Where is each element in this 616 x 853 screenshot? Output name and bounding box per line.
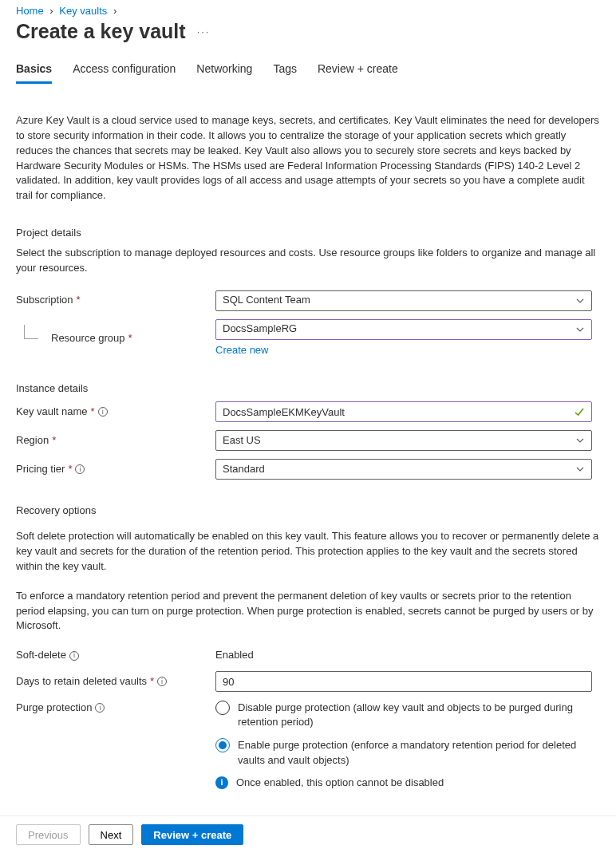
softdelete-value: Enabled (215, 648, 592, 663)
purge-protection-label: Purge protection i (16, 700, 215, 716)
region-label: Region* (16, 433, 215, 448)
info-solid-icon: i (215, 776, 228, 789)
pricing-tier-select[interactable]: Standard (215, 459, 592, 480)
project-details-heading: Project details (16, 226, 600, 241)
info-icon[interactable]: i (75, 464, 85, 474)
tab-basics[interactable]: Basics (16, 54, 52, 84)
chevron-down-icon (575, 325, 585, 334)
project-details-desc: Select the subscription to manage deploy… (16, 246, 600, 276)
subscription-label: Subscription* (16, 293, 215, 308)
footer: Previous Next Review + create (0, 815, 616, 853)
softdelete-label: Soft-delete i (16, 648, 215, 663)
retention-days-label: Days to retain deleted vaults* i (16, 674, 215, 689)
recovery-p2: To enforce a mandatory retention period … (16, 589, 600, 634)
chevron-down-icon (575, 436, 585, 445)
info-icon[interactable]: i (95, 703, 105, 713)
review-create-button[interactable]: Review + create (141, 824, 243, 845)
breadcrumb-keyvaults[interactable]: Key vaults (59, 5, 107, 17)
purge-disable-radio[interactable] (215, 701, 230, 715)
instance-details-heading: Instance details (16, 381, 600, 397)
more-actions-icon[interactable]: ··· (197, 26, 211, 38)
tab-networking[interactable]: Networking (196, 54, 252, 84)
recovery-p1: Soft delete protection will automaticall… (16, 529, 600, 575)
tab-review-create[interactable]: Review + create (318, 54, 398, 84)
create-new-rg-link[interactable]: Create new (215, 344, 268, 356)
next-button[interactable]: Next (89, 824, 134, 845)
page-title: Create a key vault (16, 20, 186, 43)
tab-access-configuration[interactable]: Access configuration (73, 54, 176, 84)
purge-enable-radio[interactable] (215, 738, 230, 752)
tab-tags[interactable]: Tags (273, 54, 297, 84)
breadcrumb: Home › Key vaults › (0, 0, 616, 20)
info-icon[interactable]: i (157, 677, 167, 686)
chevron-down-icon (575, 464, 585, 474)
tabs: Basics Access configuration Networking T… (0, 54, 616, 84)
region-select[interactable]: East US (215, 430, 592, 451)
info-icon[interactable]: i (98, 407, 108, 417)
info-icon[interactable]: i (69, 651, 79, 661)
check-icon (574, 406, 585, 417)
recovery-options-heading: Recovery options (16, 504, 600, 519)
breadcrumb-home[interactable]: Home (16, 5, 44, 17)
purge-note: Once enabled, this option cannot be disa… (236, 776, 444, 791)
keyvault-name-label: Key vault name* i (16, 405, 215, 420)
resource-group-select[interactable]: DocsSampleRG (215, 319, 592, 340)
pricing-tier-label: Pricing tier* i (16, 462, 215, 477)
previous-button[interactable]: Previous (16, 824, 81, 845)
keyvault-name-input[interactable] (215, 401, 592, 422)
chevron-right-icon: › (46, 5, 56, 17)
resource-group-label: Resource group* (16, 331, 215, 346)
purge-enable-label: Enable purge protection (enforce a manda… (238, 737, 592, 767)
intro-text: Azure Key Vault is a cloud service used … (16, 113, 600, 203)
retention-days-input[interactable] (215, 671, 592, 692)
purge-disable-label: Disable purge protection (allow key vaul… (238, 700, 592, 729)
chevron-right-icon: › (110, 5, 120, 17)
subscription-select[interactable]: SQL Content Team (215, 290, 592, 311)
chevron-down-icon (575, 296, 585, 306)
